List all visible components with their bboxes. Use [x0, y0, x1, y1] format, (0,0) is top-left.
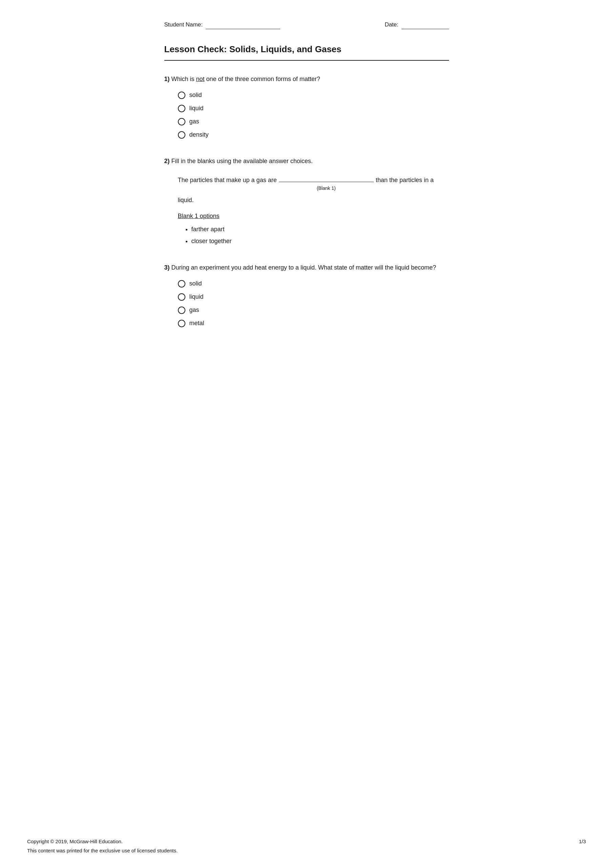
- option-3-metal-label: metal: [189, 319, 204, 328]
- question-1-not: not: [196, 76, 205, 82]
- radio-liquid[interactable]: [178, 105, 185, 112]
- question-3-body: During an experiment you add heat energy…: [172, 264, 436, 271]
- question-3-options: solid liquid gas metal: [164, 279, 449, 328]
- sentence-part3: liquid.: [178, 194, 449, 205]
- question-2: 2) Fill in the blanks using the availabl…: [164, 156, 449, 245]
- question-1: 1) Which is not one of the three common …: [164, 74, 449, 140]
- option-liquid-label: liquid: [189, 104, 204, 113]
- blank-option-farther-label: farther apart: [192, 226, 224, 232]
- title-divider: [164, 60, 449, 61]
- question-1-after-not: one of the three common forms of matter?: [205, 76, 320, 82]
- radio-solid[interactable]: [178, 91, 185, 99]
- question-3-text: 3) During an experiment you add heat ene…: [164, 263, 449, 273]
- sentence-part1: The particles that make up a gas are: [178, 173, 277, 188]
- question-3: 3) During an experiment you add heat ene…: [164, 263, 449, 328]
- option-1-liquid[interactable]: liquid: [178, 104, 449, 113]
- option-3-gas[interactable]: gas: [178, 305, 449, 315]
- question-3-number: 3): [164, 264, 170, 271]
- question-1-options: solid liquid gas density: [164, 90, 449, 140]
- radio-density[interactable]: [178, 131, 185, 139]
- blank-option-farther: farther apart: [192, 225, 449, 234]
- blank-1-line[interactable]: [279, 182, 374, 182]
- blank-sentence: The particles that make up a gas are (Bl…: [178, 173, 449, 194]
- blank-options-header: Blank 1 options: [164, 212, 449, 221]
- blank-options-list: farther apart closer together: [164, 225, 449, 246]
- radio-3-gas[interactable]: [178, 307, 185, 314]
- question-2-number: 2): [164, 158, 170, 164]
- radio-3-solid[interactable]: [178, 280, 185, 288]
- blank-1-sublabel: (Blank 1): [317, 183, 336, 194]
- question-1-number: 1): [164, 76, 170, 82]
- question-2-text: 2) Fill in the blanks using the availabl…: [164, 156, 449, 166]
- sentence-part2: than the particles in a: [376, 173, 434, 188]
- option-1-gas[interactable]: gas: [178, 117, 449, 126]
- option-solid-label: solid: [189, 90, 202, 100]
- date-label: Date:: [385, 22, 398, 28]
- fill-blank-block: The particles that make up a gas are (Bl…: [164, 173, 449, 205]
- date-field: Date:: [385, 20, 449, 29]
- question-1-text: 1) Which is not one of the three common …: [164, 74, 449, 84]
- student-name-line[interactable]: [206, 29, 280, 29]
- radio-gas[interactable]: [178, 118, 185, 126]
- date-line[interactable]: [402, 29, 449, 29]
- option-3-solid[interactable]: solid: [178, 279, 449, 288]
- option-3-liquid-label: liquid: [189, 292, 204, 301]
- option-1-solid[interactable]: solid: [178, 90, 449, 100]
- student-name-field: Student Name:: [164, 20, 280, 29]
- option-1-density[interactable]: density: [178, 130, 449, 140]
- option-gas-label: gas: [189, 117, 199, 126]
- radio-3-metal[interactable]: [178, 320, 185, 327]
- header: Student Name: Date:: [164, 20, 449, 29]
- question-2-body: Fill in the blanks using the available a…: [172, 158, 313, 164]
- blank-1-container: (Blank 1): [279, 182, 374, 194]
- option-3-metal[interactable]: metal: [178, 319, 449, 328]
- student-name-label: Student Name:: [164, 22, 203, 28]
- lesson-title: Lesson Check: Solids, Liquids, and Gases: [164, 43, 449, 56]
- option-density-label: density: [189, 130, 209, 140]
- option-3-solid-label: solid: [189, 279, 202, 288]
- blank-option-closer: closer together: [192, 237, 449, 246]
- blank-option-closer-label: closer together: [192, 238, 232, 245]
- radio-3-liquid[interactable]: [178, 293, 185, 301]
- question-1-before-not: Which is: [172, 76, 196, 82]
- option-3-liquid[interactable]: liquid: [178, 292, 449, 301]
- option-3-gas-label: gas: [189, 305, 199, 315]
